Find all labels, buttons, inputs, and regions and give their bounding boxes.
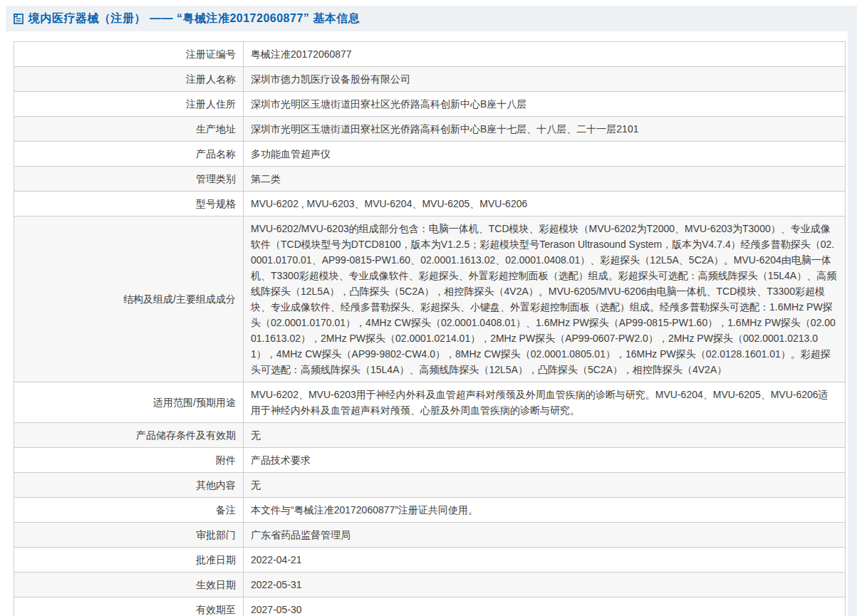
registration-info-table: 注册证编号粤械注准20172060877注册人名称深圳市德力凯医疗设备股份有限公…: [14, 41, 846, 616]
table-row: 备注本文件与“粤械注准20172060877”注册证共同使用。: [14, 498, 846, 523]
row-value: 广东省药品监督管理局: [244, 523, 846, 548]
row-value: MVU-6202/MVU-6203的组成部分包含：电脑一体机、TCD模块、彩超模…: [244, 216, 846, 382]
row-value: MVU-6202 , MVU-6203、MVU-6204、MVU-6205、MV…: [244, 192, 846, 216]
row-value: 2022-04-21: [244, 548, 846, 573]
table-row: 结构及组成/主要组成成分MVU-6202/MVU-6203的组成部分包含：电脑一…: [14, 216, 846, 382]
page-title: 境内医疗器械（注册） —— “粤械注准20172060877” 基本信息: [28, 11, 360, 26]
row-value: 粤械注准20172060877: [244, 42, 846, 67]
row-label: 注册人住所: [14, 92, 244, 117]
row-label: 管理类别: [14, 167, 244, 192]
main-panel: 境内医疗器械（注册） —— “粤械注准20172060877” 基本信息 注册证…: [6, 6, 857, 616]
table-row: 产品名称多功能血管超声仪: [14, 142, 846, 167]
row-label: 产品储存条件及有效期: [14, 423, 244, 448]
row-value: 多功能血管超声仪: [244, 142, 846, 167]
table-row: 注册人住所深圳市光明区玉塘街道田寮社区光侨路高科创新中心B座十八层: [14, 92, 846, 117]
row-label: 批准日期: [14, 548, 244, 573]
row-label: 注册证编号: [14, 42, 244, 67]
table-row: 批准日期2022-04-21: [14, 548, 846, 573]
row-value: 无: [244, 423, 846, 448]
table-row: 其他内容无: [14, 473, 846, 498]
row-value: MVU-6202、MVU-6203用于神经内外科及血管超声科对颅颈及外周血管疾病…: [244, 382, 846, 423]
row-value: 深圳市光明区玉塘街道田寮社区光侨路高科创新中心B座十七层、十八层、二十一层210…: [244, 117, 846, 142]
row-label: 附件: [14, 448, 244, 473]
row-label: 适用范围/预期用途: [14, 382, 244, 423]
row-label: 型号规格: [14, 192, 244, 216]
table-row: 生产地址深圳市光明区玉塘街道田寮社区光侨路高科创新中心B座十七层、十八层、二十一…: [14, 117, 846, 142]
page-header: 境内医疗器械（注册） —— “粤械注准20172060877” 基本信息: [6, 6, 857, 31]
row-value: 无: [244, 473, 846, 498]
row-value: 本文件与“粤械注准20172060877”注册证共同使用。: [244, 498, 846, 523]
row-label: 有效期至: [14, 597, 244, 616]
row-label: 生产地址: [14, 117, 244, 142]
table-row: 注册证编号粤械注准20172060877: [14, 42, 846, 67]
table-row: 管理类别第二类: [14, 167, 846, 192]
row-label: 备注: [14, 498, 244, 523]
document-icon: [13, 13, 24, 25]
table-row: 附件产品技术要求: [14, 448, 846, 473]
row-value: 第二类: [244, 167, 846, 192]
row-value: 深圳市光明区玉塘街道田寮社区光侨路高科创新中心B座十八层: [244, 92, 846, 117]
table-row: 生效日期2022-05-31: [14, 573, 846, 597]
content-card: 注册证编号粤械注准20172060877注册人名称深圳市德力凯医疗设备股份有限公…: [6, 31, 848, 616]
row-label: 产品名称: [14, 142, 244, 167]
table-row: 型号规格MVU-6202 , MVU-6203、MVU-6204、MVU-620…: [14, 192, 846, 216]
table-row: 适用范围/预期用途MVU-6202、MVU-6203用于神经内外科及血管超声科对…: [14, 382, 846, 423]
row-label: 结构及组成/主要组成成分: [14, 216, 244, 382]
table-row: 产品储存条件及有效期无: [14, 423, 846, 448]
row-label: 审批部门: [14, 523, 244, 548]
row-label: 其他内容: [14, 473, 244, 498]
row-label: 注册人名称: [14, 67, 244, 92]
table-row: 有效期至2027-05-30: [14, 597, 846, 616]
table-row: 注册人名称深圳市德力凯医疗设备股份有限公司: [14, 67, 846, 92]
row-value: 深圳市德力凯医疗设备股份有限公司: [244, 67, 846, 92]
row-value: 2027-05-30: [244, 597, 846, 616]
table-row: 审批部门广东省药品监督管理局: [14, 523, 846, 548]
table-body: 注册证编号粤械注准20172060877注册人名称深圳市德力凯医疗设备股份有限公…: [14, 42, 846, 616]
row-value: 2022-05-31: [244, 573, 846, 597]
row-value: 产品技术要求: [244, 448, 846, 473]
row-label: 生效日期: [14, 573, 244, 597]
